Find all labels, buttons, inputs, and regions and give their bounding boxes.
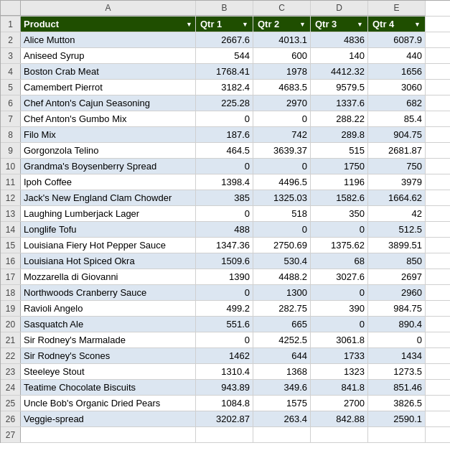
row-24-q1[interactable]: 943.89 xyxy=(196,380,253,395)
row-2-q3[interactable]: 4836 xyxy=(311,32,368,47)
product-dropdown-icon[interactable]: ▼ xyxy=(186,21,192,28)
row-7-q2[interactable]: 0 xyxy=(253,111,311,126)
row-6-q3[interactable]: 1337.6 xyxy=(311,95,368,111)
row-15-q3[interactable]: 1375.62 xyxy=(311,238,368,253)
row-21-q1[interactable]: 0 xyxy=(196,332,253,347)
row-25-q3[interactable]: 2700 xyxy=(311,396,368,411)
row-14-q1[interactable]: 488 xyxy=(196,222,253,237)
row-27-q3[interactable] xyxy=(311,427,368,442)
row-13-q4[interactable]: 42 xyxy=(368,206,426,221)
row-8-q1[interactable]: 187.6 xyxy=(196,127,253,142)
row-22-q3[interactable]: 1733 xyxy=(311,348,368,363)
row-15-q1[interactable]: 1347.36 xyxy=(196,238,253,253)
row-7-product[interactable]: Chef Anton's Gumbo Mix xyxy=(21,111,196,126)
row-12-q4[interactable]: 1664.62 xyxy=(368,190,426,205)
row-14-q3[interactable]: 0 xyxy=(311,222,368,237)
row-13-q3[interactable]: 350 xyxy=(311,206,368,221)
row-15-q2[interactable]: 2750.69 xyxy=(253,238,311,253)
row-17-q3[interactable]: 3027.6 xyxy=(311,269,368,284)
qtr1-header[interactable]: Qtr 1 ▼ xyxy=(196,17,253,32)
row-17-q2[interactable]: 4488.2 xyxy=(253,269,311,284)
row-11-q3[interactable]: 1196 xyxy=(311,174,368,190)
row-27-q1[interactable] xyxy=(196,427,253,442)
row-5-q4[interactable]: 3060 xyxy=(368,80,426,95)
row-13-product[interactable]: Laughing Lumberjack Lager xyxy=(21,206,196,221)
row-24-product[interactable]: Teatime Chocolate Biscuits xyxy=(21,380,196,395)
row-21-q3[interactable]: 3061.8 xyxy=(311,332,368,347)
row-25-q1[interactable]: 1084.8 xyxy=(196,396,253,411)
row-6-q2[interactable]: 2970 xyxy=(253,95,311,111)
row-3-q3[interactable]: 140 xyxy=(311,48,368,63)
row-17-q1[interactable]: 1390 xyxy=(196,269,253,284)
row-23-product[interactable]: Steeleye Stout xyxy=(21,364,196,379)
qtr3-header[interactable]: Qtr 3 ▼ xyxy=(311,17,368,32)
row-17-q4[interactable]: 2697 xyxy=(368,269,426,284)
row-15-product[interactable]: Louisiana Fiery Hot Pepper Sauce xyxy=(21,238,196,253)
row-20-product[interactable]: Sasquatch Ale xyxy=(21,317,196,332)
row-12-q3[interactable]: 1582.6 xyxy=(311,190,368,205)
row-26-q4[interactable]: 2590.1 xyxy=(368,411,426,426)
row-23-q1[interactable]: 1310.4 xyxy=(196,364,253,379)
row-8-product[interactable]: Filo Mix xyxy=(21,127,196,142)
row-20-q1[interactable]: 551.6 xyxy=(196,317,253,332)
row-16-q2[interactable]: 530.4 xyxy=(253,253,311,269)
row-21-product[interactable]: Sir Rodney's Marmalade xyxy=(21,332,196,347)
row-2-product[interactable]: Alice Mutton xyxy=(21,32,196,47)
row-17-product[interactable]: Mozzarella di Giovanni xyxy=(21,269,196,284)
row-6-product[interactable]: Chef Anton's Cajun Seasoning xyxy=(21,95,196,111)
row-11-q1[interactable]: 1398.4 xyxy=(196,174,253,190)
row-2-q2[interactable]: 4013.1 xyxy=(253,32,311,47)
qtr1-dropdown-icon[interactable]: ▼ xyxy=(242,21,248,28)
row-19-q1[interactable]: 499.2 xyxy=(196,301,253,316)
row-4-q1[interactable]: 1768.41 xyxy=(196,64,253,79)
row-9-q1[interactable]: 464.5 xyxy=(196,143,253,158)
row-16-product[interactable]: Louisiana Hot Spiced Okra xyxy=(21,253,196,269)
row-7-q1[interactable]: 0 xyxy=(196,111,253,126)
row-11-q2[interactable]: 4496.5 xyxy=(253,174,311,190)
row-26-product[interactable]: Veggie-spread xyxy=(21,411,196,426)
row-13-q2[interactable]: 518 xyxy=(253,206,311,221)
row-18-q3[interactable]: 0 xyxy=(311,285,368,300)
qtr2-header[interactable]: Qtr 2 ▼ xyxy=(253,17,311,32)
row-27-q4[interactable] xyxy=(368,427,426,442)
row-8-q3[interactable]: 289.8 xyxy=(311,127,368,142)
row-16-q1[interactable]: 1509.6 xyxy=(196,253,253,269)
qtr3-dropdown-icon[interactable]: ▼ xyxy=(357,21,363,28)
row-11-q4[interactable]: 3979 xyxy=(368,174,426,190)
qtr2-dropdown-icon[interactable]: ▼ xyxy=(299,21,306,28)
row-24-q4[interactable]: 851.46 xyxy=(368,380,426,395)
row-10-product[interactable]: Grandma's Boysenberry Spread xyxy=(21,159,196,174)
row-24-q3[interactable]: 841.8 xyxy=(311,380,368,395)
row-25-product[interactable]: Uncle Bob's Organic Dried Pears xyxy=(21,396,196,411)
row-27-q2[interactable] xyxy=(253,427,311,442)
row-14-product[interactable]: Longlife Tofu xyxy=(21,222,196,237)
row-24-q2[interactable]: 349.6 xyxy=(253,380,311,395)
row-5-q2[interactable]: 4683.5 xyxy=(253,80,311,95)
row-9-q3[interactable]: 515 xyxy=(311,143,368,158)
row-18-q1[interactable]: 0 xyxy=(196,285,253,300)
row-9-product[interactable]: Gorgonzola Telino xyxy=(21,143,196,158)
product-header[interactable]: Product ▼ xyxy=(21,17,196,32)
row-3-q2[interactable]: 600 xyxy=(253,48,311,63)
row-26-q1[interactable]: 3202.87 xyxy=(196,411,253,426)
row-20-q4[interactable]: 890.4 xyxy=(368,317,426,332)
row-16-q4[interactable]: 850 xyxy=(368,253,426,269)
row-7-q3[interactable]: 288.22 xyxy=(311,111,368,126)
row-25-q4[interactable]: 3826.5 xyxy=(368,396,426,411)
row-27-product[interactable] xyxy=(21,427,196,442)
row-4-product[interactable]: Boston Crab Meat xyxy=(21,64,196,79)
qtr4-header[interactable]: Qtr 4 ▼ xyxy=(368,17,426,32)
row-12-q2[interactable]: 1325.03 xyxy=(253,190,311,205)
row-9-q4[interactable]: 2681.87 xyxy=(368,143,426,158)
row-22-q4[interactable]: 1434 xyxy=(368,348,426,363)
row-19-q3[interactable]: 390 xyxy=(311,301,368,316)
row-8-q4[interactable]: 904.75 xyxy=(368,127,426,142)
row-22-product[interactable]: Sir Rodney's Scones xyxy=(21,348,196,363)
row-2-q4[interactable]: 6087.9 xyxy=(368,32,426,47)
row-3-product[interactable]: Aniseed Syrup xyxy=(21,48,196,63)
row-16-q3[interactable]: 68 xyxy=(311,253,368,269)
row-20-q3[interactable]: 0 xyxy=(311,317,368,332)
row-11-product[interactable]: Ipoh Coffee xyxy=(21,174,196,190)
row-2-q1[interactable]: 2667.6 xyxy=(196,32,253,47)
row-12-q1[interactable]: 385 xyxy=(196,190,253,205)
